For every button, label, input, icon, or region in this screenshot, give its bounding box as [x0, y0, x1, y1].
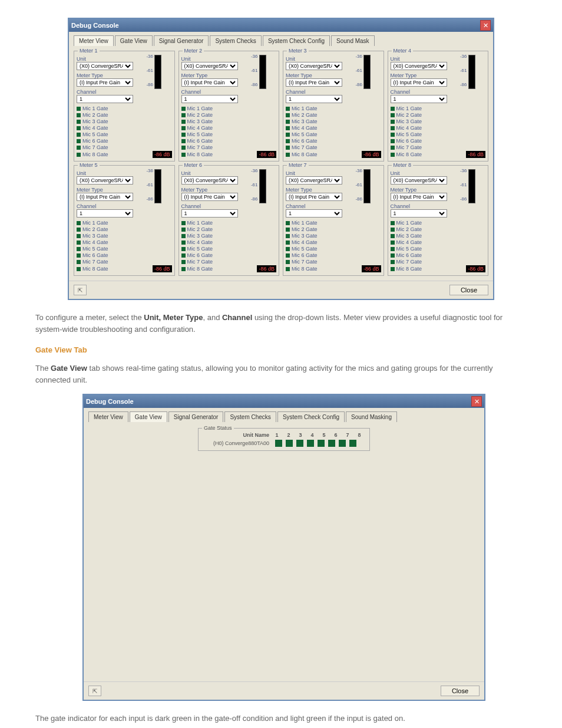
detach-icon[interactable]: ⇱ [74, 285, 87, 295]
meter-type-select[interactable]: (I) Input Pre Gain [286, 78, 342, 87]
gate-label: Mic 1 Gate [82, 106, 108, 111]
close-icon[interactable]: ✕ [480, 20, 491, 31]
unit-select[interactable]: (X0) ConvergeSRA-C8 [181, 176, 238, 185]
gate-led [77, 234, 81, 238]
gate-led [286, 228, 290, 232]
gate-label: Mic 8 Gate [396, 266, 422, 272]
col-6: 6 [332, 432, 340, 438]
unit-select[interactable]: (X0) ConvergeSRA-C8 [391, 62, 447, 70]
unit-label: Unit [391, 170, 448, 176]
channel-select[interactable]: 1 [286, 209, 342, 218]
gate-indicator-row: Mic 8 Gate-86 dB [181, 151, 277, 158]
tab-gate-view[interactable]: Gate View [115, 35, 153, 46]
gate-led [286, 139, 290, 143]
gate-label: Mic 8 Gate [292, 266, 318, 272]
meter-groupbox: Meter 5 Unit (X0) ConvergeSRA-C8 Meter T… [74, 165, 175, 276]
tab-system-checks[interactable]: System Checks [210, 35, 261, 46]
tab-system-check-config[interactable]: System Check Config [263, 35, 330, 46]
meter-type-select[interactable]: (I) Input Pre Gain [181, 78, 238, 87]
close-button[interactable]: Close [449, 285, 488, 295]
db-readout: -86 dB [153, 265, 172, 272]
gate-indicator-row: Mic 5 Gate [77, 246, 172, 252]
gate-label: Mic 6 Gate [82, 138, 108, 144]
gate-led [286, 113, 290, 117]
gate-indicator-row: Mic 1 Gate [391, 220, 486, 226]
channel-select[interactable]: 1 [181, 95, 238, 103]
paragraph-gate-view: The Gate View tab shows real-time gating… [35, 363, 527, 386]
tab-sound-mask[interactable]: Sound Mask [331, 35, 375, 46]
unit-select[interactable]: (X0) ConvergeSRA-C8 [77, 62, 133, 70]
channel-select[interactable]: 1 [181, 209, 238, 218]
gate-label: Mic 4 Gate [292, 239, 318, 245]
gate-label: Mic 7 Gate [82, 259, 108, 265]
gate-led [77, 146, 81, 150]
gate-led [286, 247, 290, 251]
scale-mid: -61 [251, 68, 258, 73]
gate-indicator-row: Mic 8 Gate-86 dB [77, 265, 172, 272]
gate-led [77, 126, 81, 130]
tab-signal-generator[interactable]: Signal Generator [168, 411, 224, 422]
scale-mid: -61 [355, 68, 362, 73]
gate-label: Mic 6 Gate [396, 252, 422, 258]
scale-top: -36 [355, 54, 362, 59]
unit-select[interactable]: (X0) ConvergeSRA-C8 [181, 62, 238, 70]
tab-gate-view[interactable]: Gate View [130, 411, 167, 422]
gate-led [181, 247, 186, 251]
gate-label: Mic 5 Gate [292, 246, 318, 252]
gate-led [391, 146, 395, 150]
meter-type-label: Meter Type [286, 187, 343, 193]
gate-label: Mic 7 Gate [187, 259, 213, 265]
unit-label: Unit [391, 56, 448, 62]
gate-label: Mic 3 Gate [82, 118, 108, 124]
meter-type-select[interactable]: (I) Input Pre Gain [286, 193, 342, 201]
close-button[interactable]: Close [441, 686, 480, 696]
gate-led [77, 221, 81, 225]
gate-led [181, 113, 186, 117]
scale-top: -36 [460, 54, 467, 59]
meter-type-select[interactable]: (I) Input Pre Gain [181, 193, 238, 201]
gate-indicator-row: Mic 6 Gate [77, 138, 172, 144]
gate-label: Mic 6 Gate [292, 252, 318, 258]
unit-select[interactable]: (X0) ConvergeSRA-C8 [391, 176, 447, 185]
tab-sound-masking[interactable]: Sound Masking [346, 411, 397, 422]
channel-select[interactable]: 1 [391, 209, 447, 218]
gate-status-groupbox: Gate Status Unit Name 1 2 3 4 5 6 7 8 (H… [198, 428, 370, 451]
channel-select[interactable]: 1 [77, 209, 133, 218]
channel-label: Channel [286, 89, 343, 95]
channel-select[interactable]: 1 [391, 95, 447, 103]
gate-led [391, 228, 395, 232]
gate-led [391, 260, 395, 264]
tab-signal-generator[interactable]: Signal Generator [154, 35, 209, 46]
tab-meter-view[interactable]: Meter View [88, 411, 128, 422]
unit-select[interactable]: (X0) ConvergeSRA-C8 [286, 176, 342, 185]
meter-type-label: Meter Type [77, 187, 134, 193]
unit-label: Unit [181, 170, 239, 176]
meter-type-select[interactable]: (I) Input Pre Gain [391, 193, 447, 201]
meter-type-label: Meter Type [181, 187, 239, 193]
tab-meter-view[interactable]: Meter View [74, 35, 114, 46]
unit-select[interactable]: (X0) ConvergeSRA-C8 [286, 62, 342, 70]
gate-led [181, 221, 186, 225]
meter-type-select[interactable]: (I) Input Pre Gain [391, 78, 447, 87]
gate-label: Mic 3 Gate [187, 118, 213, 124]
gate-label: Mic 5 Gate [82, 131, 108, 137]
channel-select[interactable]: 1 [77, 95, 133, 103]
gate-label: Mic 6 Gate [292, 138, 318, 144]
gate-label: Mic 5 Gate [187, 246, 213, 252]
gate-label: Mic 5 Gate [292, 131, 318, 137]
gate-label: Mic 2 Gate [82, 226, 108, 232]
channel-select[interactable]: 1 [286, 95, 342, 103]
col-7: 7 [343, 432, 352, 438]
unit-label: Unit [181, 56, 239, 62]
tab-system-check-config[interactable]: System Check Config [277, 411, 345, 422]
tab-system-checks[interactable]: System Checks [224, 411, 276, 422]
gate-label: Mic 1 Gate [82, 220, 108, 226]
window-titlebar: Debug Console ✕ [69, 19, 493, 32]
meter-type-select[interactable]: (I) Input Pre Gain [77, 78, 133, 87]
detach-icon[interactable]: ⇱ [88, 686, 101, 696]
unit-select[interactable]: (X0) ConvergeSRA-C8 [77, 176, 133, 185]
close-icon[interactable]: ✕ [471, 396, 482, 407]
gate-label: Mic 6 Gate [187, 138, 213, 144]
channel-label: Channel [77, 203, 134, 209]
meter-type-select[interactable]: (I) Input Pre Gain [77, 193, 133, 201]
